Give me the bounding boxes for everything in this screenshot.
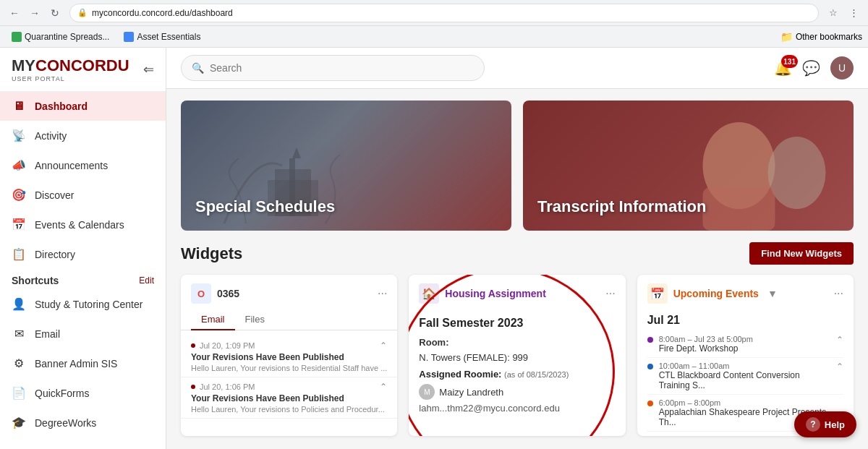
- event-item-1: 8:00am – Jul 23 at 5:00pm Fire Dept. Wor…: [647, 331, 843, 358]
- hero-title-transcript: Transcript Information: [537, 197, 706, 216]
- logo-my: MY: [12, 56, 35, 74]
- bookmark-quarantine[interactable]: Quarantine Spreads...: [6, 30, 115, 43]
- hero-card-transcript[interactable]: Transcript Information: [523, 101, 854, 231]
- email-icon: ✉: [12, 327, 26, 341]
- housing-roomie-label-row: Assigned Roomie: (as of 08/15/2023): [419, 369, 615, 380]
- event-info-1: 8:00am – Jul 23 at 5:00pm Fire Dept. Wor…: [659, 335, 830, 354]
- email-expand-2[interactable]: ⌃: [380, 382, 387, 392]
- sidebar-item-banner[interactable]: ⚙ Banner Admin SIS: [0, 348, 166, 378]
- messages-button[interactable]: 💬: [802, 59, 820, 77]
- sidebar-item-quickforms[interactable]: 📄 QuickForms: [0, 378, 166, 408]
- other-bookmarks[interactable]: 📁 Other bookmarks: [780, 31, 862, 43]
- events-filter-button[interactable]: ▼: [767, 288, 778, 299]
- notification-badge: 131: [781, 55, 798, 68]
- lock-icon: 🔒: [77, 8, 88, 17]
- collapse-sidebar-button[interactable]: ⇐: [143, 61, 154, 77]
- widget-o365-menu[interactable]: ···: [378, 287, 387, 300]
- sidebar-item-events[interactable]: 📅 Events & Calendars: [0, 210, 166, 239]
- dashboard-icon: 🖥: [12, 100, 26, 113]
- header-actions: 🔔 131 💬 U: [774, 56, 854, 80]
- logo-concordu: CONCORDU: [35, 56, 129, 74]
- back-button[interactable]: ←: [6, 4, 23, 22]
- find-widgets-button[interactable]: Find New Widgets: [749, 242, 854, 265]
- shortcuts-edit-button[interactable]: Edit: [139, 275, 154, 286]
- avatar[interactable]: U: [830, 56, 854, 80]
- help-button[interactable]: ? Help: [794, 411, 856, 437]
- housing-body: Fall Semester 2023 Room: N. Towers (FEMA…: [409, 309, 625, 421]
- events-widget-icon: 📅: [647, 283, 668, 304]
- sidebar-item-announcements[interactable]: 📣 Announcements: [0, 150, 166, 180]
- widget-housing-menu[interactable]: ···: [605, 287, 615, 300]
- email-subject-1: Your Revisions Have Been Published: [191, 352, 387, 362]
- other-bookmarks-label: Other bookmarks: [796, 32, 862, 42]
- notifications-button[interactable]: 🔔 131: [774, 59, 792, 77]
- tab-files[interactable]: Files: [235, 309, 275, 330]
- svg-rect-6: [703, 187, 775, 231]
- sidebar-item-directory[interactable]: 📋 Directory: [0, 239, 166, 269]
- event-name-2: CTL Blackboard Content Conversion Traini…: [659, 370, 830, 390]
- reload-button[interactable]: ↻: [46, 4, 64, 22]
- sidebar-item-degreeworks[interactable]: 🎓 DegreeWorks: [0, 408, 166, 437]
- directory-icon: 📋: [12, 247, 26, 261]
- widget-housing-title: Housing Assignment: [445, 288, 546, 299]
- forward-button[interactable]: →: [26, 4, 43, 22]
- email-item-2: Jul 20, 1:06 PM ⌃ Your Revisions Have Be…: [181, 377, 397, 419]
- browser-menu-button[interactable]: ⋮: [845, 4, 862, 22]
- event-time-2: 10:00am – 11:00am: [659, 362, 830, 370]
- event-dot-3: [647, 401, 653, 406]
- search-input[interactable]: [210, 62, 474, 74]
- housing-semester: Fall Semester 2023: [419, 317, 615, 330]
- svg-marker-3: [292, 147, 301, 158]
- hero-card-schedules[interactable]: Special Schedules: [181, 101, 511, 231]
- top-header: 🔍 🔔 131 💬 U: [166, 48, 868, 89]
- event-expand-2[interactable]: ⌃: [836, 362, 843, 372]
- roomie-email-row: lahm...thm22@mycu.concord.edu: [419, 403, 615, 414]
- bookmark-star-button[interactable]: ☆: [825, 4, 842, 22]
- housing-room-value-row: N. Towers (FEMALE): 999: [419, 352, 615, 363]
- widget-housing-header: 🏠 Housing Assignment ···: [409, 275, 625, 309]
- search-bar[interactable]: 🔍: [181, 55, 485, 81]
- logo-user-portal: USER PORTAL: [12, 75, 129, 82]
- quickforms-icon: 📄: [12, 386, 26, 400]
- sidebar-item-activity[interactable]: 📡 Activity: [0, 121, 166, 150]
- widget-events-header: 📅 Upcoming Events ▼ ···: [637, 275, 854, 309]
- bookmark-asset[interactable]: Asset Essentials: [118, 30, 206, 43]
- tab-email[interactable]: Email: [191, 309, 235, 330]
- widget-events-menu[interactable]: ···: [834, 287, 843, 300]
- search-icon: 🔍: [192, 62, 204, 74]
- sidebar-item-email[interactable]: ✉ Email: [0, 319, 166, 348]
- address-bar[interactable]: 🔒 myconcordu.concord.edu/dashboard: [69, 4, 819, 22]
- sidebar-item-label-study: Study & Tutoring Center: [35, 299, 142, 310]
- events-icon: 📅: [12, 218, 26, 231]
- sidebar-item-label-degreeworks: DegreeWorks: [35, 417, 96, 429]
- email-list: Jul 20, 1:09 PM ⌃ Your Revisions Have Be…: [181, 330, 397, 424]
- app-container: MYCONCORDU USER PORTAL ⇐ 🖥 Dashboard 📡 A…: [0, 48, 868, 449]
- sidebar-item-label-quickforms: QuickForms: [35, 388, 89, 399]
- sidebar-item-study[interactable]: 👤 Study & Tutoring Center: [0, 289, 166, 319]
- email-date-1: Jul 20, 1:09 PM: [200, 341, 255, 350]
- sidebar-item-label-banner: Banner Admin SIS: [35, 358, 117, 369]
- email-dot-2: [191, 385, 195, 389]
- roomie-name: Maizy Landreth: [439, 387, 503, 398]
- housing-roomie-label: Assigned Roomie:: [419, 369, 501, 380]
- housing-room-row: Room:: [419, 337, 615, 348]
- logo: MYCONCORDU USER PORTAL: [12, 56, 129, 82]
- event-expand-1[interactable]: ⌃: [836, 335, 843, 345]
- widget-housing: 🏠 Housing Assignment ··· Fall Semester 2…: [409, 275, 625, 436]
- event-item-2: 10:00am – 11:00am CTL Blackboard Content…: [647, 358, 843, 395]
- email-preview-1: Hello Lauren, Your revisions to Resident…: [191, 364, 387, 372]
- housing-room-label: Room:: [419, 337, 448, 348]
- sidebar-item-label-announcements: Announcements: [35, 160, 108, 171]
- housing-icon: 🏠: [419, 283, 439, 304]
- widgets-grid: O 0365 ··· Email Files Jul 20, 1:0: [181, 275, 854, 436]
- sidebar-item-discover[interactable]: 🎯 Discover: [0, 180, 166, 210]
- event-info-2: 10:00am – 11:00am CTL Blackboard Content…: [659, 362, 830, 390]
- widget-events-title: Upcoming Events: [673, 288, 759, 299]
- events-date-header: Jul 21: [647, 314, 843, 327]
- email-expand-1[interactable]: ⌃: [380, 341, 387, 351]
- event-dot-1: [647, 337, 653, 343]
- sidebar-nav: 🖥 Dashboard 📡 Activity 📣 Announcements 🎯…: [0, 92, 166, 269]
- sidebar-item-dashboard[interactable]: 🖥 Dashboard: [0, 92, 166, 121]
- bookmark-label-quarantine: Quarantine Spreads...: [25, 32, 109, 42]
- sidebar-item-label-directory: Directory: [35, 249, 75, 260]
